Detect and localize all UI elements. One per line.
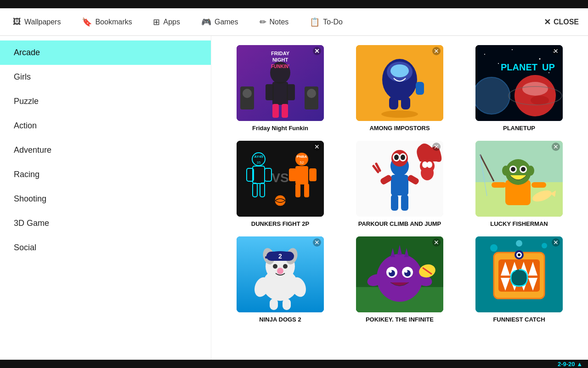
game-close-parkour[interactable]: ✕ [432, 143, 441, 151]
todo-icon: 📋 [310, 17, 320, 27]
svg-point-73 [421, 166, 434, 180]
game-close-fisher[interactable]: ✕ [552, 143, 560, 151]
nav-notes[interactable]: ✏ Notes [256, 15, 293, 29]
game-card-dunkers[interactable]: ✕ VS AY45 35 [225, 141, 335, 227]
game-art-ninja: 2 [237, 236, 324, 312]
svg-rect-107 [283, 299, 291, 310]
game-card-funniest[interactable]: ✕ [464, 236, 574, 323]
sidebar-item-3d-game[interactable]: 3D Game [0, 211, 211, 236]
game-thumbnail-among: ✕ [356, 45, 443, 121]
svg-rect-19 [389, 97, 398, 109]
svg-point-84 [502, 166, 509, 176]
sidebar-item-action[interactable]: Action [0, 114, 211, 138]
svg-text:NIGHT: NIGHT [272, 57, 288, 63]
game-close-ninja[interactable]: ✕ [313, 238, 321, 247]
game-title-funniest: FUNNIEST CATCH [493, 316, 545, 323]
bottom-bar: 2-9-20 ▲ [0, 360, 588, 368]
main-content: Arcade Girls Puzzle Action Adventure Rac… [0, 36, 588, 360]
game-title-fisher: LUCKY FISHERMAN [490, 220, 548, 227]
svg-rect-7 [282, 104, 288, 118]
game-close-dunkers[interactable]: ✕ [313, 143, 321, 151]
close-button[interactable]: ✕ CLOSE [544, 17, 579, 27]
svg-text:2: 2 [278, 253, 282, 260]
nav-apps[interactable]: ⊞ Apps [149, 15, 183, 29]
svg-point-36 [522, 82, 548, 96]
game-art-funniest [475, 236, 563, 312]
game-card-pokikey[interactable]: ✕ [345, 236, 455, 323]
game-close-funniest[interactable]: ✕ [552, 238, 560, 247]
game-close-pokikey[interactable]: ✕ [432, 238, 441, 247]
svg-rect-50 [295, 166, 308, 184]
game-art-parkour [356, 141, 443, 217]
svg-rect-99 [265, 256, 270, 259]
svg-point-116 [405, 270, 407, 273]
sidebar-item-social[interactable]: Social [0, 236, 211, 260]
game-art-dunkers: VS AY45 35 [237, 141, 324, 217]
svg-point-141 [516, 240, 522, 247]
svg-rect-5 [287, 84, 295, 100]
game-area: ✕ [211, 36, 588, 360]
game-card-fisher[interactable]: ✕ [464, 141, 574, 227]
svg-point-102 [283, 264, 288, 269]
game-card-parkour[interactable]: ✕ [345, 141, 455, 227]
svg-point-57 [275, 195, 286, 206]
svg-rect-3 [272, 82, 288, 105]
game-title-ninja: NINJA DOGS 2 [259, 316, 301, 323]
svg-point-83 [521, 167, 526, 172]
sidebar-item-puzzle[interactable]: Puzzle [0, 89, 211, 114]
svg-text:PLANET: PLANET [501, 62, 537, 72]
game-card-ninja[interactable]: ✕ [225, 236, 335, 323]
sidebar-item-shooting[interactable]: Shooting [0, 187, 211, 211]
svg-point-25 [498, 63, 499, 64]
svg-rect-71 [401, 195, 408, 211]
svg-text:PNBA: PNBA [297, 155, 307, 159]
nav-bar: 🖼 Wallpapers 🔖 Bookmarks ⊞ Apps 🎮 Games … [0, 8, 588, 36]
game-close-friday[interactable]: ✕ [313, 47, 321, 55]
bookmarks-icon: 🔖 [82, 17, 92, 27]
game-title-among: AMONG IMPOSTORS [369, 125, 430, 132]
game-close-planet[interactable]: ✕ [552, 47, 560, 55]
game-thumbnail-fisher: ✕ [475, 141, 563, 217]
sidebar-item-arcade[interactable]: Arcade [0, 40, 211, 65]
game-close-among[interactable]: ✕ [432, 47, 441, 55]
svg-rect-53 [295, 184, 300, 197]
svg-text:35: 35 [257, 161, 261, 165]
game-card-friday[interactable]: ✕ [225, 45, 335, 132]
nav-wallpapers[interactable]: 🖼 Wallpapers [9, 15, 64, 29]
svg-point-64 [394, 155, 399, 160]
game-title-planet: PLANETUP [503, 125, 535, 132]
wallpapers-icon: 🖼 [13, 17, 21, 27]
svg-text:UP: UP [542, 62, 555, 72]
game-thumbnail-parkour: ✕ [356, 141, 443, 217]
nav-todo[interactable]: 📋 To-Do [306, 15, 346, 29]
svg-point-140 [542, 243, 547, 248]
game-thumbnail-friday: ✕ [237, 45, 324, 121]
svg-rect-70 [391, 195, 398, 211]
svg-rect-60 [391, 175, 408, 196]
game-card-among[interactable]: ✕ [345, 45, 455, 132]
game-title-parkour: PARKOUR CLIMB AND JUMP [358, 220, 441, 227]
sidebar-item-adventure[interactable]: Adventure [0, 138, 211, 162]
sidebar-item-girls[interactable]: Girls [0, 65, 211, 89]
sidebar-item-racing[interactable]: Racing [0, 162, 211, 187]
game-art-among [356, 45, 443, 121]
game-title-pokikey: POKIKEY. THE INFINITE [366, 316, 434, 323]
game-art-planet: PLANET UP [475, 45, 563, 121]
nav-games[interactable]: 🎮 Games [198, 15, 242, 29]
svg-point-103 [277, 268, 283, 274]
svg-rect-87 [531, 182, 546, 188]
svg-text:AY45: AY45 [254, 155, 263, 159]
svg-rect-21 [416, 82, 424, 95]
nav-bookmarks[interactable]: 🔖 Bookmarks [78, 15, 136, 29]
game-card-planet[interactable]: ✕ PLANET [464, 45, 574, 132]
nav-games-label: Games [215, 18, 238, 26]
svg-point-82 [511, 167, 515, 172]
svg-point-26 [512, 49, 513, 50]
bottom-time: 2-9-20 ▲ [558, 361, 582, 368]
svg-point-30 [548, 72, 549, 73]
game-thumbnail-planet: ✕ PLANET [475, 45, 563, 121]
svg-text:FRIDAY: FRIDAY [271, 51, 290, 56]
sidebar: Arcade Girls Puzzle Action Adventure Rac… [0, 36, 211, 360]
svg-rect-52 [309, 168, 317, 181]
close-x-icon: ✕ [544, 17, 551, 27]
